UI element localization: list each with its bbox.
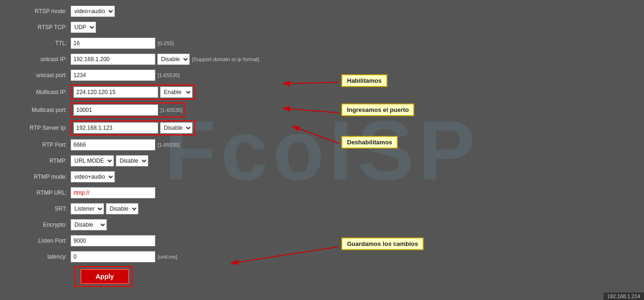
- latency-hint: [unit:ms]: [158, 254, 177, 260]
- rtsp-tcp-row: RTSP TCP: UDP TCP: [9, 21, 348, 34]
- encrypto-row: Encrypto: Disable AES-128 AES-256: [9, 218, 348, 231]
- unicast-ip-label: unicast IP:: [9, 56, 71, 63]
- rtp-port-label: RTP Port:: [9, 142, 71, 148]
- rtmp-url-input[interactable]: [71, 187, 155, 198]
- multicast-port-label: Multicast port:: [9, 107, 71, 113]
- apply-row: Apply: [9, 266, 348, 287]
- multicast-port-hint: [1-65535]: [161, 107, 182, 113]
- listen-port-row: Listen Port:: [9, 234, 348, 247]
- rtsp-mode-label: RTSP mode:: [9, 8, 71, 15]
- rtmp-row: RTMP: URL MODE Stream Disable Enable: [9, 154, 348, 167]
- unicast-ip-hint: [Support domain or ip format]: [192, 56, 259, 62]
- multicast-port-input[interactable]: [73, 104, 158, 116]
- rtmp-mode-select[interactable]: URL MODE Stream: [71, 155, 114, 166]
- rtp-port-row: RTP Port: [1-65535]: [9, 138, 348, 151]
- multicast-ip-row: Multicast IP: Enable Disable: [9, 85, 348, 100]
- latency-row: latency: [unit:ms]: [9, 250, 348, 263]
- encrypto-label: Encrypto:: [9, 221, 71, 228]
- multicast-port-highlight: [1-65535]: [71, 103, 185, 118]
- rtmp-url-label: RTMP URL:: [9, 189, 71, 196]
- unicast-ip-row: unicast IP: Disable Enable [Support doma…: [9, 53, 348, 66]
- latency-input[interactable]: [71, 251, 155, 262]
- annotation-deshabilitamos: Deshabilitamos: [341, 136, 398, 149]
- rtmp-mode-row: RTMP mode: video+audio video audio: [9, 170, 348, 183]
- ttl-input[interactable]: [71, 38, 155, 49]
- rtsp-tcp-label: RTSP TCP:: [9, 24, 71, 31]
- latency-label: latency:: [9, 253, 71, 260]
- rtp-port-input[interactable]: [71, 139, 155, 150]
- unicast-port-input[interactable]: [71, 70, 155, 81]
- rtmp-url-row: RTMP URL:: [9, 186, 348, 199]
- annotation-habilitamos: Habilitamos: [341, 74, 387, 87]
- multicast-ip-select[interactable]: Enable Disable: [160, 87, 193, 98]
- encrypto-select[interactable]: Disable AES-128 AES-256: [71, 219, 107, 230]
- annotation-ingresamos: Ingresamos el puerto: [341, 103, 414, 116]
- listen-port-input[interactable]: [71, 235, 155, 246]
- rtp-server-ip-label: RTP Server Ip:: [9, 125, 71, 131]
- status-bar: 192.168.1.214: [604, 292, 644, 300]
- rtmp-label: RTMP:: [9, 158, 71, 164]
- settings-form: RTSP mode: video+audio video audio RTSP …: [0, 0, 358, 294]
- annotation-guardamos: Guardamos los cambios: [341, 237, 424, 250]
- srt-label: SRT:: [9, 205, 71, 212]
- srt-row: SRT: Listener Caller Disable Enable: [9, 202, 348, 215]
- rtp-port-hint: [1-65535]: [158, 142, 179, 148]
- rtsp-mode-select[interactable]: video+audio video audio: [71, 6, 115, 17]
- apply-button[interactable]: Apply: [80, 269, 129, 284]
- rtp-server-ip-select[interactable]: Disable Enable: [160, 122, 193, 134]
- rtsp-tcp-select[interactable]: UDP TCP: [71, 22, 96, 33]
- ttl-hint: [0-255]: [158, 40, 174, 46]
- multicast-ip-input[interactable]: [73, 87, 158, 98]
- apply-button-wrapper: Apply: [74, 266, 133, 287]
- status-ip: 192.168.1.214: [607, 293, 640, 299]
- ttl-label: TTL:: [9, 40, 71, 47]
- unicast-port-label: unicast port:: [9, 72, 71, 79]
- rtmp-disable-select[interactable]: Disable Enable: [116, 155, 148, 166]
- multicast-ip-highlight: Enable Disable: [71, 85, 195, 100]
- unicast-port-row: unicast port: [1-65535]: [9, 69, 348, 82]
- rtmp-mode-label: RTMP mode:: [9, 174, 71, 180]
- unicast-port-hint: [1-65535]: [158, 72, 179, 78]
- ttl-row: TTL: [0-255]: [9, 37, 348, 50]
- rtp-server-ip-input[interactable]: [73, 122, 158, 134]
- srt-disable-select[interactable]: Disable Enable: [106, 203, 138, 214]
- listen-port-label: Listen Port:: [9, 237, 71, 244]
- multicast-port-row: Multicast port: [1-65535]: [9, 103, 348, 118]
- rtp-server-ip-row: RTP Server Ip: Disable Enable: [9, 120, 348, 135]
- rtp-server-ip-highlight: Disable Enable: [71, 120, 195, 135]
- unicast-ip-input[interactable]: [71, 54, 155, 65]
- rtsp-mode-row: RTSP mode: video+audio video audio: [9, 5, 348, 18]
- unicast-ip-select[interactable]: Disable Enable: [157, 54, 190, 65]
- srt-listener-select[interactable]: Listener Caller: [71, 203, 104, 214]
- multicast-ip-label: Multicast IP:: [9, 89, 71, 95]
- rtmp-audio-select[interactable]: video+audio video audio: [71, 171, 115, 182]
